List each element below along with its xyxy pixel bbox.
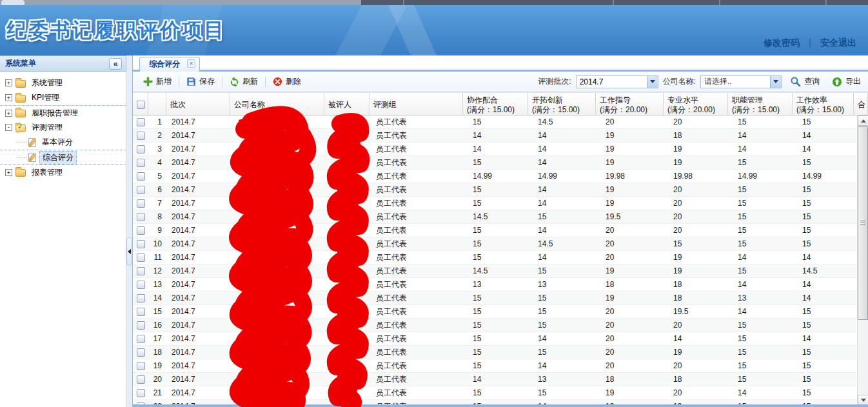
table-row[interactable]: 172014.7员工代表151420141514 bbox=[133, 332, 856, 346]
row-checkbox[interactable] bbox=[137, 362, 145, 370]
cell-batch: 2014.7 bbox=[166, 197, 230, 210]
row-checkbox[interactable] bbox=[137, 308, 145, 316]
export-button[interactable]: 导出 bbox=[828, 74, 865, 89]
row-checkbox[interactable] bbox=[137, 335, 145, 343]
cell-company-name bbox=[230, 224, 324, 237]
collapse-minus-icon[interactable]: - bbox=[5, 124, 12, 131]
splitter-collapse-handle[interactable] bbox=[126, 237, 132, 266]
arrow-up-icon bbox=[861, 119, 866, 123]
table-row[interactable]: 192014.7员工代表151420201515 bbox=[133, 359, 856, 373]
logout-link[interactable]: 安全退出 bbox=[820, 37, 856, 48]
table-row[interactable]: 122014.7员工代表14.51519191514.5 bbox=[133, 264, 856, 278]
cell-score-4: 15 bbox=[728, 183, 793, 196]
table-row[interactable]: 22014.7员工代表141419181414 bbox=[133, 129, 856, 143]
table-row[interactable]: 52014.7员工代表14.9914.9919.9819.9814.9914.9… bbox=[133, 170, 856, 183]
table-row[interactable]: 62014.7员工代表151419201515 bbox=[133, 183, 856, 197]
table-row[interactable]: 82014.7员工代表14.51519.5201515 bbox=[133, 210, 856, 224]
table-row[interactable]: 42014.7员工代表151419191515 bbox=[133, 156, 856, 170]
scroll-up-button[interactable] bbox=[858, 115, 868, 126]
sidebar-item-报表管理[interactable]: +报表管理 bbox=[0, 164, 126, 179]
table-row[interactable]: 102014.7员工代表1514.520151515 bbox=[133, 237, 856, 251]
add-button[interactable]: 新增 bbox=[139, 74, 175, 89]
row-checkbox[interactable] bbox=[137, 132, 145, 140]
table-row[interactable]: 202014.7员工代表141318181515 bbox=[133, 373, 856, 386]
cell-row-number: 10 bbox=[148, 237, 166, 250]
delete-button[interactable]: 删除 bbox=[269, 74, 305, 89]
row-checkbox[interactable] bbox=[137, 321, 145, 330]
cell-total bbox=[854, 237, 856, 250]
search-button[interactable]: 查询 bbox=[786, 74, 824, 89]
scrollbar-thumb[interactable] bbox=[858, 126, 868, 320]
tab-comprehensive-score[interactable]: 综合评分 ✕ bbox=[139, 57, 200, 72]
column-header-开拓创新[interactable]: 开拓创新(满分：15.00) bbox=[528, 93, 596, 115]
select-all-checkbox[interactable] bbox=[137, 101, 145, 109]
save-button[interactable]: 保存 bbox=[182, 74, 219, 89]
sidebar-item-label: 评测管理 bbox=[29, 121, 65, 134]
column-header-合[interactable]: 合 bbox=[854, 93, 868, 115]
panel-splitter[interactable] bbox=[126, 55, 132, 407]
scroll-down-button[interactable] bbox=[858, 395, 868, 405]
table-row[interactable]: 112014.7员工代表151420191414 bbox=[133, 251, 856, 264]
row-checkbox[interactable] bbox=[137, 375, 145, 384]
row-checkbox[interactable] bbox=[137, 253, 145, 262]
change-password-link[interactable]: 修改密码 bbox=[764, 37, 800, 48]
row-checkbox[interactable] bbox=[137, 348, 145, 357]
sidebar-item-履职报告管理[interactable]: +履职报告管理 bbox=[0, 105, 126, 120]
table-row[interactable]: 212014.7员工代表151519201415 bbox=[133, 386, 856, 400]
column-header-工作效率[interactable]: 工作效率(满分：15.00) bbox=[793, 93, 854, 115]
table-row[interactable]: 92014.7员工代表151420201515 bbox=[133, 224, 856, 237]
company-select[interactable]: 请选择.. bbox=[700, 75, 782, 88]
table-row[interactable]: 162014.7员工代表151520201515 bbox=[133, 319, 856, 332]
table-row[interactable]: 132014.7员工代表131318181414 bbox=[133, 278, 856, 292]
column-header-评测组[interactable]: 评测组 bbox=[370, 93, 463, 115]
column-header-公司名称[interactable]: 公司名称 bbox=[230, 93, 324, 115]
column-header-职能管理[interactable]: 职能管理(满分：15.00) bbox=[728, 93, 793, 115]
row-checkbox[interactable] bbox=[137, 281, 145, 289]
sidebar-item-系统管理[interactable]: +系统管理 bbox=[0, 75, 126, 90]
tab-close-icon[interactable]: ✕ bbox=[187, 59, 195, 68]
cell-total bbox=[854, 129, 856, 142]
row-checkbox[interactable] bbox=[137, 294, 145, 303]
column-header-被评人[interactable]: 被评人 bbox=[324, 93, 370, 115]
row-checkbox[interactable] bbox=[137, 172, 145, 181]
table-row[interactable]: 142014.7员工代表151519181314 bbox=[133, 292, 856, 305]
row-checkbox[interactable] bbox=[137, 240, 145, 248]
sidebar-item-KPI管理[interactable]: +KPI管理 bbox=[0, 90, 126, 105]
cell-score-3: 20 bbox=[664, 359, 728, 372]
sidebar-collapse-button[interactable]: « bbox=[109, 58, 122, 70]
sidebar-item-评测管理[interactable]: -评测管理 bbox=[0, 120, 126, 135]
row-checkbox[interactable] bbox=[137, 199, 145, 208]
row-checkbox[interactable] bbox=[137, 159, 145, 167]
expand-plus-icon[interactable]: + bbox=[5, 110, 12, 117]
vertical-scrollbar[interactable] bbox=[857, 115, 868, 405]
cell-total bbox=[854, 373, 856, 386]
chevron-down-icon[interactable] bbox=[647, 76, 658, 88]
row-checkbox[interactable] bbox=[137, 267, 145, 275]
expand-plus-icon[interactable]: + bbox=[5, 94, 12, 101]
row-checkbox[interactable] bbox=[137, 186, 145, 194]
table-row[interactable]: 152014.7员工代表15152019.51415 bbox=[133, 305, 856, 319]
batch-select[interactable]: 2014.7 bbox=[576, 75, 658, 88]
table-row[interactable]: 32014.7员工代表141419191414 bbox=[133, 143, 856, 156]
cell-score-5: 15 bbox=[793, 346, 854, 359]
chevron-down-icon[interactable] bbox=[770, 76, 781, 88]
expand-plus-icon[interactable]: + bbox=[5, 79, 12, 86]
table-row[interactable]: 182014.7员工代表151520191515 bbox=[133, 346, 856, 359]
row-checkbox[interactable] bbox=[137, 118, 145, 126]
column-header-批次[interactable]: 批次 bbox=[166, 93, 230, 115]
row-checkbox[interactable] bbox=[137, 145, 145, 154]
table-row[interactable]: 72014.7员工代表151419201515 bbox=[133, 197, 856, 210]
column-header-工作指导[interactable]: 工作指导(满分：20.00) bbox=[596, 93, 664, 115]
expand-plus-icon[interactable]: + bbox=[5, 169, 12, 176]
table-row[interactable]: 12014.7员工代表1514.520201515 bbox=[133, 115, 856, 129]
cell-row-number: 6 bbox=[148, 183, 166, 196]
column-header-协作配合[interactable]: 协作配合(满分：15.00) bbox=[463, 93, 528, 115]
cell-total bbox=[854, 170, 856, 183]
sidebar-item-综合评分[interactable]: 综合评分 bbox=[0, 150, 126, 164]
column-header-专业水平[interactable]: 专业水平(满分：20.00) bbox=[664, 93, 728, 115]
sidebar-item-基本评分[interactable]: 基本评分 bbox=[0, 135, 126, 150]
refresh-button[interactable]: 刷新 bbox=[226, 74, 262, 89]
row-checkbox[interactable] bbox=[137, 389, 145, 397]
row-checkbox[interactable] bbox=[137, 226, 145, 235]
row-checkbox[interactable] bbox=[137, 213, 145, 221]
